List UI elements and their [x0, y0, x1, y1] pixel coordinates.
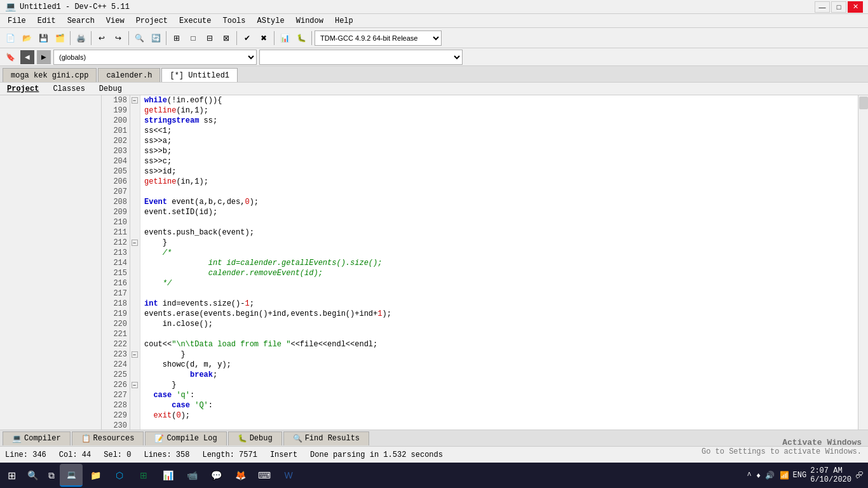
menu-item-tools[interactable]: Tools — [218, 15, 251, 27]
code-content[interactable]: while(!in.eof()){getline(in,1);stringstr… — [140, 95, 858, 430]
code-line-206: getline(in,1); — [144, 177, 854, 187]
fold-row-210 — [130, 217, 140, 227]
taskbar: ⊞ 🔍 ⧉ 💻 📁 ⬡ ⊞ 📊 📹 💬 🦊 ⌨ W ^ ♦ 🔊 📶 ENG 2:… — [0, 463, 868, 488]
new-button[interactable]: 📄 — [3, 30, 18, 46]
minimize-button[interactable]: — — [815, 1, 830, 13]
redo-button[interactable]: ↪ — [111, 30, 126, 46]
tab-1[interactable]: calender.h — [98, 68, 160, 82]
fold-marker-198[interactable]: − — [132, 97, 138, 104]
status-col: Col: 44 — [59, 451, 91, 459]
menu-item-search[interactable]: Search — [62, 15, 100, 27]
find-button[interactable]: 🔍 — [132, 30, 147, 46]
code-line-214: int id=calender.getallEvents().size(); — [144, 258, 854, 268]
tab-0[interactable]: moga kek gini.cpp — [3, 68, 97, 82]
code-line-230 — [144, 421, 854, 430]
menu-item-window[interactable]: Window — [291, 15, 329, 27]
taskbar-edge[interactable]: ⬡ — [108, 464, 131, 487]
menu-item-view[interactable]: View — [101, 15, 130, 27]
globals-dropdown[interactable]: (globals) — [53, 50, 257, 65]
replace-button[interactable]: 🔄 — [148, 30, 163, 46]
line-num-198: 198 — [104, 95, 127, 105]
code-token: 0 — [245, 197, 249, 207]
back-btn[interactable]: ◀ — [20, 50, 34, 64]
code-token: <<file<<endl<<endl; — [290, 339, 377, 349]
maximize-button[interactable]: □ — [831, 1, 846, 13]
close-button[interactable]: ✕ — [848, 1, 863, 13]
menu-item-astyle[interactable]: AStyle — [252, 15, 290, 27]
menu-item-edit[interactable]: Edit — [32, 15, 61, 27]
btab-compiler[interactable]: 💻Compiler — [3, 431, 71, 445]
fold-marker-212[interactable]: − — [132, 240, 138, 246]
code-token: 'q' — [176, 390, 190, 400]
code-token: 1 — [245, 299, 249, 309]
code-line-204: ss>>c; — [144, 156, 854, 166]
line-num-205: 205 — [104, 166, 127, 177]
tab-2[interactable]: [*] Untitled1 — [161, 68, 238, 82]
notifications-icon[interactable]: 🗪 — [855, 471, 863, 480]
stop-btn[interactable]: ✖ — [256, 30, 271, 46]
undo-button[interactable]: ↩ — [94, 30, 109, 46]
menu-item-file[interactable]: File — [3, 15, 31, 27]
save-button[interactable]: 💾 — [36, 30, 51, 46]
compiler-dropdown[interactable]: TDM-GCC 4.9.2 64-bit Release — [315, 30, 442, 46]
code-line-221 — [144, 329, 854, 339]
main-content: 1981992002012022032042052062072082092102… — [0, 95, 868, 430]
fold-row-198[interactable]: − — [130, 95, 140, 105]
taskbar-excel[interactable]: ⊞ — [132, 464, 155, 487]
taskbar-zoom[interactable]: 📹 — [180, 464, 203, 487]
menu-item-help[interactable]: Help — [330, 15, 358, 27]
fold-row-223[interactable]: − — [130, 349, 140, 360]
fold-row-212[interactable]: − — [130, 238, 140, 248]
save-all-button[interactable]: 🗂️ — [52, 30, 67, 46]
toggle-btn[interactable]: ⊞ — [169, 30, 184, 46]
chart-btn[interactable]: 📊 — [277, 30, 292, 46]
subtab-project[interactable]: Project — [3, 83, 43, 95]
code-token: int id=calender.getallEvents().size(); — [144, 258, 382, 268]
bookmark-btn[interactable]: 🔖 — [3, 50, 18, 65]
debug-btn[interactable]: 🐛 — [294, 30, 309, 46]
code-token: /* — [144, 248, 172, 258]
taskbar-firefox[interactable]: 🦊 — [229, 464, 252, 487]
subtab-classes[interactable]: Classes — [48, 83, 89, 95]
check-btn[interactable]: ✔ — [240, 30, 255, 46]
fold-row-226[interactable]: − — [130, 380, 140, 390]
code-area[interactable]: 1981992002012022032042052062072082092102… — [102, 95, 868, 430]
window-btn[interactable]: □ — [186, 30, 201, 46]
btab-debug[interactable]: 🐛Debug — [228, 431, 282, 445]
search-button[interactable]: 🔍 — [22, 464, 43, 487]
line-num-207: 207 — [104, 187, 127, 197]
start-button[interactable]: ⊞ — [3, 464, 21, 487]
taskbar-word[interactable]: W — [277, 464, 300, 487]
taskbar-terminal[interactable]: ⌨ — [253, 464, 276, 487]
code-line-217 — [144, 288, 854, 299]
code-token: Event — [144, 197, 167, 207]
code-line-227: case 'q': — [144, 390, 854, 400]
status-message: Done parsing in 1.532 seconds — [310, 451, 443, 459]
fold-row-225 — [130, 370, 140, 380]
status-lines: Lines: 358 — [144, 451, 189, 459]
menu-item-project[interactable]: Project — [131, 15, 173, 27]
code-line-209: event.setID(id); — [144, 207, 854, 217]
fold-marker-223[interactable]: − — [132, 351, 138, 358]
btab-find-results[interactable]: 🔍Find Results — [283, 431, 369, 445]
menu-item-execute[interactable]: Execute — [174, 15, 216, 27]
btab-resources[interactable]: 📋Resources — [72, 431, 144, 445]
code-line-210 — [144, 217, 854, 227]
taskbar-wechat[interactable]: 💬 — [205, 464, 227, 487]
taskbar-ppt[interactable]: 📊 — [156, 464, 179, 487]
fold-marker-226[interactable]: − — [132, 382, 138, 388]
subtab-debug[interactable]: Debug — [95, 83, 126, 95]
fold-row-204 — [130, 156, 140, 166]
vertical-scrollbar[interactable] — [858, 95, 868, 430]
fwd-btn[interactable]: ▶ — [37, 50, 51, 64]
taskbar-devcpp[interactable]: 💻 — [60, 464, 83, 487]
open-button[interactable]: 📂 — [19, 30, 34, 46]
btab-compile-log[interactable]: 📝Compile Log — [145, 431, 226, 445]
tile-btn[interactable]: ⊟ — [202, 30, 217, 46]
line-num-230: 230 — [104, 421, 127, 430]
print-button[interactable]: 🖨️ — [73, 30, 88, 46]
taskbar-explorer[interactable]: 📁 — [84, 464, 107, 487]
scope-dropdown[interactable] — [259, 50, 463, 65]
task-view-button[interactable]: ⧉ — [44, 464, 58, 487]
tile2-btn[interactable]: ⊠ — [219, 30, 234, 46]
